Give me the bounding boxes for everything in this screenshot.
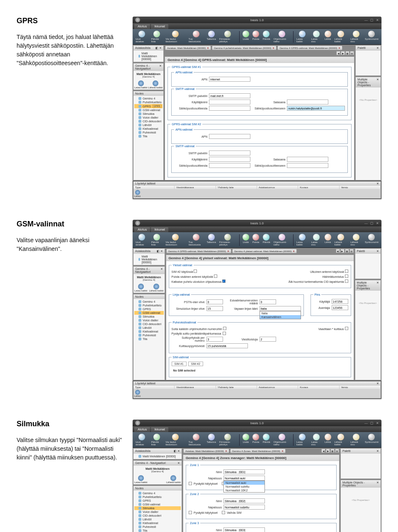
toolbar-refresh2-button[interactable]: Päivitä: [261, 433, 271, 444]
toolbar-page-button[interactable]: Lataa sivu: [310, 30, 323, 43]
stopcb-checkbox[interactable]: [223, 332, 226, 335]
instpin-input[interactable]: [332, 305, 348, 310]
client-item[interactable]: Matti Meikäläinen [00000]: [134, 454, 181, 458]
toolbar-add-button[interactable]: Lisää: [241, 30, 250, 41]
client-item[interactable]: Matti Meikäläinen [00000]: [134, 255, 164, 264]
tree-item[interactable]: Gemino 4: [134, 491, 181, 495]
toolbar-refresh-button[interactable]: Päivitä lista: [150, 30, 164, 43]
sim1-tab[interactable]: SIM #1: [172, 362, 187, 366]
sim2-checkbox[interactable]: [194, 270, 197, 273]
zone-name-input[interactable]: [223, 527, 265, 532]
tree-item[interactable]: GPRSGPRS: [134, 104, 163, 108]
found-column-header[interactable]: Type: [133, 186, 175, 189]
bc-tab[interactable]: Gemino 4 GPRS-valinnat: Matti Meikäläine…: [277, 46, 342, 50]
tamper-checkbox[interactable]: [345, 275, 348, 278]
toolbar-folder-button[interactable]: Vie tiedot tiedostoon: [164, 233, 186, 246]
toolbar-sendpage-button[interactable]: Lähetä sivu: [349, 30, 363, 43]
prenum-input[interactable]: [260, 299, 276, 304]
freetone-select[interactable]: [260, 306, 301, 311]
tree-item[interactable]: Lähdöt: [134, 517, 181, 521]
tree-item[interactable]: Gemino 4: [134, 300, 164, 304]
bc-tab[interactable]: Gemino 4 puhelinluettelo: Matti Meikäläi…: [212, 46, 277, 50]
extant-checkbox[interactable]: [345, 270, 348, 273]
toolbar-user-button[interactable]: Uusi asiakas: [134, 30, 149, 43]
tree-item[interactable]: Puheviesti: [134, 333, 164, 337]
toolbar-sendall-button[interactable]: Lähetä kaikki: [333, 30, 349, 43]
toolbar-refresh2-button[interactable]: Päivitä: [261, 233, 271, 244]
nounknown-checkbox[interactable]: [345, 279, 348, 283]
tab-alotus[interactable]: Alotus: [134, 427, 150, 432]
found-column-header[interactable]: Type: [133, 386, 175, 389]
tree-item[interactable]: Puheviesti: [134, 525, 181, 529]
window-controls[interactable]: —▢✕: [364, 18, 379, 22]
bc-tab[interactable]: Gemino 4 yleiset valinnat: Matti Meikälä…: [232, 249, 297, 253]
zone-polarity-dropdown[interactable]: Normaalisti aukiNormaalisti sulettuNorma…: [223, 481, 265, 493]
retry-input[interactable]: [206, 337, 223, 342]
toolbar-chip-button[interactable]: Firmware-päivitys: [218, 30, 238, 43]
found-column-header[interactable]: Yhdistetty laite: [216, 386, 257, 389]
pass-input[interactable]: [287, 100, 328, 104]
tree-item[interactable]: CID-dekooderi: [134, 119, 163, 123]
tree-item[interactable]: Puhelinluettelo: [134, 100, 163, 104]
toolbar-help-button[interactable]: Tue tiedostosta: [187, 233, 205, 246]
toolbar-user-button[interactable]: Uusi asiakas: [134, 233, 149, 246]
zone-polarity-select[interactable]: [223, 505, 265, 510]
toolbar-page-button[interactable]: Lataa sivu: [310, 433, 323, 446]
toolbar-chip-button[interactable]: Firmware-päivitys: [218, 233, 238, 246]
tab-ikkunat[interactable]: Ikkunat: [151, 24, 168, 29]
found-column-header[interactable]: Asiakastunnus: [257, 186, 298, 189]
tab-ikkunat[interactable]: Ikkunat: [151, 427, 168, 432]
conf-input[interactable]: [206, 343, 248, 348]
toolbar-sendall-button[interactable]: Lähetä kaikki: [333, 433, 349, 446]
found-column-header[interactable]: Yhdistetty laite: [216, 186, 257, 189]
tree-item[interactable]: Silmukka: [134, 112, 163, 116]
toolbar-save-button[interactable]: Tallenna: [205, 433, 217, 444]
bc-tab[interactable]: Asiakas: Matti Meikäläinen [00000]✕: [165, 46, 211, 50]
toolbar-wizard-button[interactable]: Ohjelmointi-valho: [272, 433, 291, 446]
user2-input[interactable]: [209, 157, 250, 162]
smtp2-input[interactable]: [209, 151, 250, 155]
zone-name-input[interactable]: [223, 469, 265, 474]
toolbar-user-button[interactable]: Uusi asiakas: [134, 433, 149, 446]
found-column-header[interactable]: Viestintäkanava: [175, 186, 216, 189]
from-input[interactable]: [209, 106, 250, 111]
download-all-button[interactable]: Lataa kaikki: [134, 284, 148, 292]
tree-item[interactable]: GPRS: [134, 499, 181, 503]
toolbar-sync-button[interactable]: Synkronointi: [364, 433, 380, 444]
tree-item[interactable]: Voice dialler: [134, 116, 163, 119]
zone-stop-checkbox[interactable]: [189, 511, 192, 514]
toolbar-refresh-button[interactable]: Päivitä lista: [150, 433, 164, 446]
zone-sim-checkbox[interactable]: [222, 511, 225, 514]
tree-item[interactable]: CID-dekooderi: [134, 322, 164, 326]
toolbar-chip-button[interactable]: Firmware-päivitys: [218, 433, 238, 446]
pass2-input[interactable]: [287, 157, 328, 162]
toolbar-page-button[interactable]: Lataa sivu: [310, 233, 323, 246]
found-column-header[interactable]: Versio: [340, 386, 381, 389]
toolbar-refresh2-button[interactable]: Päivitä: [261, 30, 271, 41]
tree-item[interactable]: Lähdöt: [134, 326, 164, 330]
tree-item[interactable]: Kielivalinnat: [134, 521, 181, 525]
tree-item[interactable]: Silmukka: [134, 506, 181, 510]
tree-item[interactable]: Gemino 4: [134, 97, 163, 100]
tree-item[interactable]: CID-dekooderi: [134, 514, 181, 517]
found-column-header[interactable]: Viestintäkanava: [175, 386, 216, 389]
zone-polarity-select[interactable]: [223, 476, 265, 481]
toolbar-remove-button[interactable]: Poista: [251, 233, 261, 244]
zone-name-input[interactable]: [223, 498, 265, 503]
toolbar-sendpage-button[interactable]: Lähetä sivu: [349, 433, 363, 446]
tree-item[interactable]: GSM-valinnat: [134, 503, 181, 506]
tree-item[interactable]: Silmukka: [134, 315, 164, 318]
apn-input[interactable]: [209, 77, 250, 82]
tree-item[interactable]: Puhelinluettelo: [134, 304, 164, 307]
found-start-button[interactable]: Lähtö: [134, 390, 141, 397]
smtp-input[interactable]: [209, 93, 250, 98]
apn2-input[interactable]: [209, 134, 250, 139]
send-all-button[interactable]: Lähetä kaikki: [166, 475, 181, 483]
tree-item[interactable]: Puhelinluettelo: [134, 495, 181, 499]
user-input[interactable]: [209, 100, 250, 104]
userpin-input[interactable]: [332, 299, 348, 304]
to2-input[interactable]: [287, 163, 328, 168]
toolbar-remove-button[interactable]: Poista: [251, 433, 261, 444]
simto-input[interactable]: [206, 306, 223, 311]
keepcall-checkbox[interactable]: [222, 279, 226, 283]
